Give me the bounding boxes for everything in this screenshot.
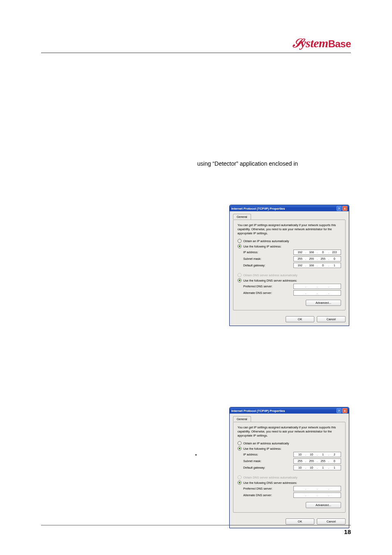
radio-label: Use the following IP address: (243, 245, 281, 248)
alternate-dns-input[interactable]: . . . (293, 493, 341, 498)
label-pref-dns: Preferred DNS server: (243, 487, 272, 490)
close-icon[interactable]: X (342, 206, 347, 211)
bullet: • (195, 452, 197, 457)
tab-general[interactable]: General (233, 214, 251, 220)
subnet-mask-input[interactable]: 255. 255. 255. 0 (293, 256, 341, 261)
ip-address-input[interactable]: 10. 10. 1. 2 (293, 452, 341, 457)
radio-icon (238, 446, 242, 451)
footer-divider (41, 525, 351, 525)
dialog-description: You can get IP settings assigned automat… (238, 223, 341, 236)
radio-use-dns[interactable]: Use the following DNS server addresses: (238, 278, 341, 282)
radio-icon (238, 239, 242, 243)
label-ip: IP address: (243, 250, 258, 254)
default-gateway-input[interactable]: 192. 168. 0. 1 (293, 263, 341, 268)
advanced-button[interactable]: Advanced... (306, 300, 341, 306)
radio-use-dns[interactable]: Use the following DNS server addresses: (238, 481, 341, 485)
radio-icon (238, 278, 242, 282)
radio-obtain-dns: Obtain DNS server address automatically (238, 475, 341, 479)
radio-icon (238, 475, 242, 479)
body-text: using “Detector” application enclosed in (197, 160, 298, 167)
radio-icon (238, 273, 242, 277)
radio-obtain-dns: Obtain DNS server address automatically (238, 273, 341, 277)
label-gateway: Default gateway: (243, 264, 265, 267)
advanced-button[interactable]: Advanced... (306, 502, 341, 508)
page-number: 18 (344, 528, 351, 535)
radio-label: Obtain DNS server address automatically (243, 476, 297, 479)
radio-icon (238, 481, 242, 485)
radio-obtain-ip[interactable]: Obtain an IP address automatically (238, 441, 341, 445)
radio-label: Obtain an IP address automatically (243, 442, 289, 445)
preferred-dns-input[interactable]: . . . (293, 486, 341, 491)
dialog-description: You can get IP settings assigned automat… (238, 426, 341, 438)
label-subnet: Subnet mask: (243, 257, 261, 261)
radio-obtain-ip[interactable]: Obtain an IP address automatically (238, 239, 341, 243)
subnet-mask-input[interactable]: 255. 255. 255. 0 (293, 458, 341, 464)
label-gateway: Default gateway: (243, 466, 265, 469)
label-alt-dns: Alternate DNS server: (243, 291, 272, 295)
header-divider (41, 53, 351, 53)
help-icon[interactable]: ? (337, 408, 341, 413)
cancel-button[interactable]: Cancel (317, 518, 346, 525)
default-gateway-input[interactable]: 10. 10. 1. 1 (293, 465, 341, 470)
radio-icon (238, 441, 242, 445)
radio-label: Use the following IP address: (243, 447, 281, 451)
radio-label: Obtain DNS server address automatically (243, 273, 297, 277)
preferred-dns-input[interactable]: . . . (293, 284, 341, 289)
label-subnet: Subnet mask: (243, 459, 261, 463)
dialog-titlebar[interactable]: Internet Protocol (TCP/IP) Properties ? … (230, 205, 349, 211)
tab-general[interactable]: General (233, 416, 251, 422)
label-pref-dns: Preferred DNS server: (243, 284, 272, 288)
tcpip-properties-dialog-1: Internet Protocol (TCP/IP) Properties ? … (229, 205, 349, 326)
label-ip: IP address: (243, 453, 258, 456)
ok-button[interactable]: OK (286, 518, 314, 525)
tcpip-properties-dialog-2: Internet Protocol (TCP/IP) Properties ? … (229, 407, 349, 528)
radio-use-ip[interactable]: Use the following IP address: (238, 446, 341, 451)
alternate-dns-input[interactable]: . . . (293, 290, 341, 296)
close-icon[interactable]: X (342, 408, 347, 413)
radio-use-ip[interactable]: Use the following IP address: (238, 244, 341, 248)
brand-logo: 𝒮ystemBase (292, 36, 351, 51)
dialog-titlebar[interactable]: Internet Protocol (TCP/IP) Properties ? … (230, 407, 349, 414)
radio-icon (238, 244, 242, 248)
dialog-title: Internet Protocol (TCP/IP) Properties (231, 207, 285, 210)
radio-label: Use the following DNS server addresses: (243, 481, 297, 485)
ip-address-input[interactable]: 192. 168. 0. 222 (293, 250, 341, 255)
ok-button[interactable]: OK (286, 316, 314, 322)
dialog-title: Internet Protocol (TCP/IP) Properties (231, 409, 285, 413)
label-alt-dns: Alternate DNS server: (243, 493, 272, 497)
cancel-button[interactable]: Cancel (317, 316, 346, 322)
radio-label: Use the following DNS server addresses: (243, 279, 297, 282)
radio-label: Obtain an IP address automatically (243, 239, 289, 243)
help-icon[interactable]: ? (337, 206, 341, 211)
